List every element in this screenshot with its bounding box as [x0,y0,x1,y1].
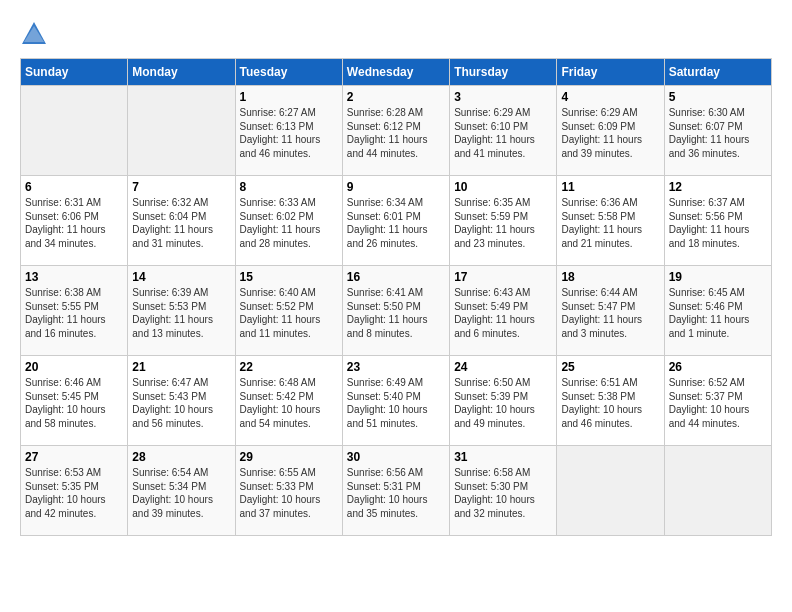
day-number: 1 [240,90,338,104]
calendar-cell: 2Sunrise: 6:28 AMSunset: 6:12 PMDaylight… [342,86,449,176]
day-number: 29 [240,450,338,464]
calendar-cell: 11Sunrise: 6:36 AMSunset: 5:58 PMDayligh… [557,176,664,266]
calendar-cell: 3Sunrise: 6:29 AMSunset: 6:10 PMDaylight… [450,86,557,176]
logo-icon [20,20,48,48]
day-number: 15 [240,270,338,284]
calendar-cell: 6Sunrise: 6:31 AMSunset: 6:06 PMDaylight… [21,176,128,266]
day-number: 23 [347,360,445,374]
day-content: Sunrise: 6:27 AMSunset: 6:13 PMDaylight:… [240,106,338,160]
day-number: 25 [561,360,659,374]
day-content: Sunrise: 6:31 AMSunset: 6:06 PMDaylight:… [25,196,123,250]
day-number: 31 [454,450,552,464]
calendar-cell: 8Sunrise: 6:33 AMSunset: 6:02 PMDaylight… [235,176,342,266]
calendar-cell: 25Sunrise: 6:51 AMSunset: 5:38 PMDayligh… [557,356,664,446]
calendar-cell [664,446,771,536]
day-content: Sunrise: 6:55 AMSunset: 5:33 PMDaylight:… [240,466,338,520]
weekday-header: Sunday [21,59,128,86]
day-number: 12 [669,180,767,194]
day-content: Sunrise: 6:34 AMSunset: 6:01 PMDaylight:… [347,196,445,250]
calendar-cell: 29Sunrise: 6:55 AMSunset: 5:33 PMDayligh… [235,446,342,536]
day-content: Sunrise: 6:43 AMSunset: 5:49 PMDaylight:… [454,286,552,340]
calendar-cell: 10Sunrise: 6:35 AMSunset: 5:59 PMDayligh… [450,176,557,266]
day-content: Sunrise: 6:48 AMSunset: 5:42 PMDaylight:… [240,376,338,430]
day-content: Sunrise: 6:56 AMSunset: 5:31 PMDaylight:… [347,466,445,520]
calendar-week-row: 20Sunrise: 6:46 AMSunset: 5:45 PMDayligh… [21,356,772,446]
calendar-cell [21,86,128,176]
day-content: Sunrise: 6:38 AMSunset: 5:55 PMDaylight:… [25,286,123,340]
weekday-header: Tuesday [235,59,342,86]
day-content: Sunrise: 6:30 AMSunset: 6:07 PMDaylight:… [669,106,767,160]
calendar-cell: 30Sunrise: 6:56 AMSunset: 5:31 PMDayligh… [342,446,449,536]
weekday-header: Monday [128,59,235,86]
day-content: Sunrise: 6:47 AMSunset: 5:43 PMDaylight:… [132,376,230,430]
weekday-header: Friday [557,59,664,86]
calendar-cell: 22Sunrise: 6:48 AMSunset: 5:42 PMDayligh… [235,356,342,446]
day-number: 9 [347,180,445,194]
day-number: 2 [347,90,445,104]
header-row: SundayMondayTuesdayWednesdayThursdayFrid… [21,59,772,86]
day-content: Sunrise: 6:54 AMSunset: 5:34 PMDaylight:… [132,466,230,520]
day-content: Sunrise: 6:50 AMSunset: 5:39 PMDaylight:… [454,376,552,430]
calendar-cell: 17Sunrise: 6:43 AMSunset: 5:49 PMDayligh… [450,266,557,356]
day-content: Sunrise: 6:37 AMSunset: 5:56 PMDaylight:… [669,196,767,250]
day-number: 10 [454,180,552,194]
calendar-cell: 26Sunrise: 6:52 AMSunset: 5:37 PMDayligh… [664,356,771,446]
day-number: 7 [132,180,230,194]
calendar-cell: 19Sunrise: 6:45 AMSunset: 5:46 PMDayligh… [664,266,771,356]
calendar-cell: 24Sunrise: 6:50 AMSunset: 5:39 PMDayligh… [450,356,557,446]
day-content: Sunrise: 6:51 AMSunset: 5:38 PMDaylight:… [561,376,659,430]
calendar-cell: 1Sunrise: 6:27 AMSunset: 6:13 PMDaylight… [235,86,342,176]
calendar-cell: 9Sunrise: 6:34 AMSunset: 6:01 PMDaylight… [342,176,449,266]
calendar-week-row: 1Sunrise: 6:27 AMSunset: 6:13 PMDaylight… [21,86,772,176]
day-content: Sunrise: 6:28 AMSunset: 6:12 PMDaylight:… [347,106,445,160]
day-number: 18 [561,270,659,284]
day-content: Sunrise: 6:36 AMSunset: 5:58 PMDaylight:… [561,196,659,250]
calendar-cell: 7Sunrise: 6:32 AMSunset: 6:04 PMDaylight… [128,176,235,266]
day-content: Sunrise: 6:40 AMSunset: 5:52 PMDaylight:… [240,286,338,340]
day-number: 13 [25,270,123,284]
calendar-cell: 16Sunrise: 6:41 AMSunset: 5:50 PMDayligh… [342,266,449,356]
day-content: Sunrise: 6:29 AMSunset: 6:10 PMDaylight:… [454,106,552,160]
calendar-cell: 18Sunrise: 6:44 AMSunset: 5:47 PMDayligh… [557,266,664,356]
day-number: 19 [669,270,767,284]
calendar-week-row: 13Sunrise: 6:38 AMSunset: 5:55 PMDayligh… [21,266,772,356]
calendar-cell: 21Sunrise: 6:47 AMSunset: 5:43 PMDayligh… [128,356,235,446]
calendar-week-row: 27Sunrise: 6:53 AMSunset: 5:35 PMDayligh… [21,446,772,536]
day-number: 8 [240,180,338,194]
calendar-cell: 31Sunrise: 6:58 AMSunset: 5:30 PMDayligh… [450,446,557,536]
day-number: 21 [132,360,230,374]
calendar-cell [128,86,235,176]
calendar-cell: 13Sunrise: 6:38 AMSunset: 5:55 PMDayligh… [21,266,128,356]
day-number: 30 [347,450,445,464]
day-number: 27 [25,450,123,464]
day-content: Sunrise: 6:29 AMSunset: 6:09 PMDaylight:… [561,106,659,160]
svg-marker-1 [24,26,44,42]
day-content: Sunrise: 6:32 AMSunset: 6:04 PMDaylight:… [132,196,230,250]
day-number: 28 [132,450,230,464]
calendar-cell: 15Sunrise: 6:40 AMSunset: 5:52 PMDayligh… [235,266,342,356]
calendar-cell [557,446,664,536]
day-number: 4 [561,90,659,104]
day-number: 24 [454,360,552,374]
day-content: Sunrise: 6:46 AMSunset: 5:45 PMDaylight:… [25,376,123,430]
day-content: Sunrise: 6:52 AMSunset: 5:37 PMDaylight:… [669,376,767,430]
calendar-cell: 5Sunrise: 6:30 AMSunset: 6:07 PMDaylight… [664,86,771,176]
page-header [20,20,772,48]
calendar-cell: 27Sunrise: 6:53 AMSunset: 5:35 PMDayligh… [21,446,128,536]
day-number: 3 [454,90,552,104]
day-content: Sunrise: 6:39 AMSunset: 5:53 PMDaylight:… [132,286,230,340]
day-content: Sunrise: 6:58 AMSunset: 5:30 PMDaylight:… [454,466,552,520]
day-content: Sunrise: 6:53 AMSunset: 5:35 PMDaylight:… [25,466,123,520]
weekday-header: Saturday [664,59,771,86]
weekday-header: Wednesday [342,59,449,86]
calendar-cell: 14Sunrise: 6:39 AMSunset: 5:53 PMDayligh… [128,266,235,356]
calendar-cell: 23Sunrise: 6:49 AMSunset: 5:40 PMDayligh… [342,356,449,446]
day-number: 26 [669,360,767,374]
day-number: 11 [561,180,659,194]
day-number: 6 [25,180,123,194]
calendar-table: SundayMondayTuesdayWednesdayThursdayFrid… [20,58,772,536]
day-content: Sunrise: 6:33 AMSunset: 6:02 PMDaylight:… [240,196,338,250]
day-number: 14 [132,270,230,284]
day-number: 22 [240,360,338,374]
day-number: 17 [454,270,552,284]
